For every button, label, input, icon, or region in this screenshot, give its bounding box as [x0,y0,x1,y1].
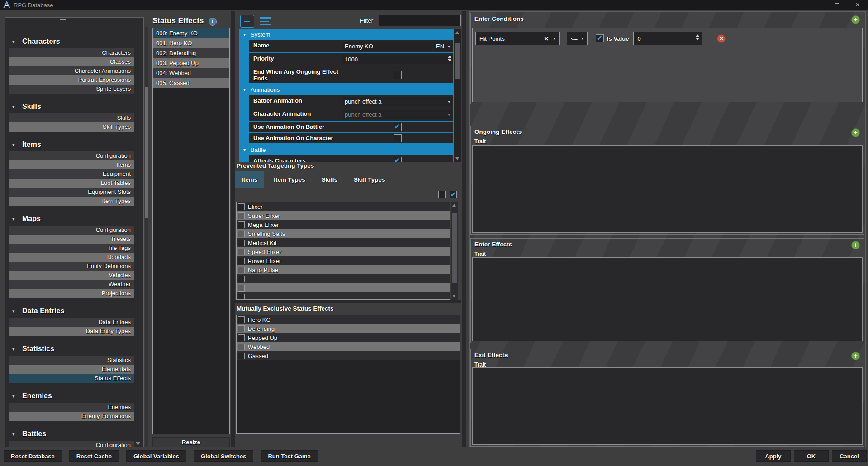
menu-button[interactable] [260,17,271,25]
sidebar-item[interactable]: Sprite Layers [9,85,134,94]
sidebar-section-maps[interactable]: ▾ Maps [5,212,143,226]
tab[interactable]: Item Types [267,171,312,188]
operator-dropdown[interactable]: <=▾ [567,32,588,45]
sidebar-scrollbar[interactable] [145,27,148,447]
property-grid-scrollbar[interactable] [454,29,461,162]
checklist-row[interactable]: Super Elixer [237,211,450,220]
add-condition-button[interactable]: + [851,15,860,24]
footer-button[interactable]: Global Switches [194,450,253,462]
title-bar[interactable]: RPG Database × [0,0,868,10]
scroll-up-icon[interactable] [455,31,459,34]
item-checkbox[interactable] [238,325,245,332]
select-none-checkbox[interactable] [438,191,446,198]
scrollbar-thumb[interactable] [145,87,148,218]
checklist-row[interactable] [237,292,450,300]
sidebar-item[interactable]: Item Types [9,197,134,206]
sidebar-item[interactable]: Equipment [9,169,134,179]
item-checkbox[interactable] [238,231,245,237]
minimize-button[interactable] [806,0,826,10]
scroll-down-icon[interactable] [135,442,141,445]
sidebar-item[interactable]: Statistics [9,356,134,365]
spin-up-icon[interactable] [696,34,699,37]
battler-animation-dropdown[interactable]: punch effect a▾ [342,97,453,106]
sidebar-item[interactable]: Vehicles [9,271,134,280]
sidebar-item[interactable]: Classes [9,57,134,66]
sidebar-item[interactable]: Tile Tags [9,244,134,253]
name-input[interactable] [342,42,432,51]
use-animation-character-checkbox[interactable] [394,134,402,142]
item-checkbox[interactable] [238,344,245,350]
category-battle[interactable]: ▾ Battle [239,144,461,155]
footer-button[interactable]: Reset Cache [69,450,119,462]
sidebar-item[interactable]: Characters [9,48,134,57]
spin-up-icon[interactable] [448,56,451,58]
item-checkbox[interactable] [238,258,245,264]
item-checkbox[interactable] [238,334,245,341]
category-system[interactable]: ▾ System [239,29,461,40]
delete-condition-button[interactable]: ✕ [717,34,726,43]
item-checkbox[interactable] [238,353,245,359]
scroll-up-icon[interactable] [452,204,456,207]
sidebar-section-characters[interactable]: ▾ Characters [5,35,143,48]
item-checkbox[interactable] [238,212,245,219]
stat-dropdown[interactable]: Hit Points ✕ ▾ [475,32,560,45]
sidebar-item[interactable]: Configuration [9,226,134,235]
horizontal-splitter[interactable] [235,300,461,303]
footer-button[interactable]: Global Variables [126,450,186,462]
affects-characters-checkbox[interactable] [394,157,402,163]
sidebar-item[interactable]: Weather [9,280,134,289]
status-effect-row[interactable]: 000: Enemy KO [153,28,229,38]
status-effect-row[interactable]: 003: Pepped Up [153,58,229,68]
item-checkbox[interactable] [238,249,245,255]
sidebar-section-battles[interactable]: ▾ Battles [5,427,143,441]
checklist-row[interactable]: Pepped Up [237,333,460,342]
use-animation-battler-checkbox[interactable] [394,123,402,131]
item-checkbox[interactable] [238,294,245,300]
item-checkbox[interactable] [238,285,245,292]
footer-button[interactable]: Cancel [832,450,867,462]
checklist-row[interactable]: Speed Elixer [237,247,450,256]
checklist-row[interactable]: Medical Kit [237,238,450,247]
filter-input[interactable] [379,15,461,26]
item-checkbox[interactable] [238,316,245,323]
sidebar-item[interactable]: Skills [9,113,134,122]
sidebar-section-items[interactable]: ▾ Items [5,138,143,151]
add-exit-effect-button[interactable]: + [851,352,860,360]
footer-button[interactable]: Run Test Game [261,450,318,462]
select-all-checkbox[interactable] [450,191,457,198]
clear-icon[interactable]: ✕ [544,35,549,42]
end-when-checkbox[interactable] [394,71,402,79]
condition-value-input[interactable] [633,32,702,45]
scroll-down-icon[interactable] [452,295,456,297]
sidebar-item[interactable]: Status Effects [9,374,134,383]
checklist-row[interactable]: Mega Elixer [237,220,450,229]
checklist-row[interactable]: Nano Pulse [237,265,450,274]
scrollbar-thumb[interactable] [455,43,460,79]
sidebar-item[interactable]: Data Entries [9,318,134,327]
checklist-row[interactable] [237,274,450,283]
status-effect-row[interactable]: 004: Webbed [153,68,229,78]
priority-input[interactable] [342,55,453,64]
checklist-row[interactable] [237,283,450,292]
collapse-all-button[interactable] [240,15,254,28]
footer-button[interactable]: OK [794,450,829,462]
vertical-splitter[interactable] [462,11,466,447]
tab[interactable]: Skill Types [347,171,392,188]
checklist-row[interactable]: Elixer [237,202,450,211]
info-icon[interactable] [209,18,217,26]
is-value-checkbox[interactable] [596,34,604,42]
prevented-list-scrollbar[interactable] [451,202,458,300]
sidebar-item[interactable]: Skill Types [9,122,134,132]
sidebar-item[interactable]: Portrait Expressions [9,75,134,85]
sidebar-item[interactable]: Data Entry Types [9,327,134,336]
sidebar-section-data-entries[interactable]: ▾ Data Entries [5,304,143,318]
status-effect-row[interactable]: 002: Defending [153,48,229,58]
sidebar-section-statistics[interactable]: ▾ Statistics [5,342,143,356]
checklist-row[interactable]: Gassed [237,351,460,360]
item-checkbox[interactable] [238,267,245,273]
checklist-row[interactable]: Webbed [237,342,460,351]
item-checkbox[interactable] [238,276,245,282]
resize-button[interactable]: Resize [152,437,230,447]
footer-button[interactable]: Apply [756,450,791,462]
footer-button[interactable]: Reset Database [4,450,62,462]
